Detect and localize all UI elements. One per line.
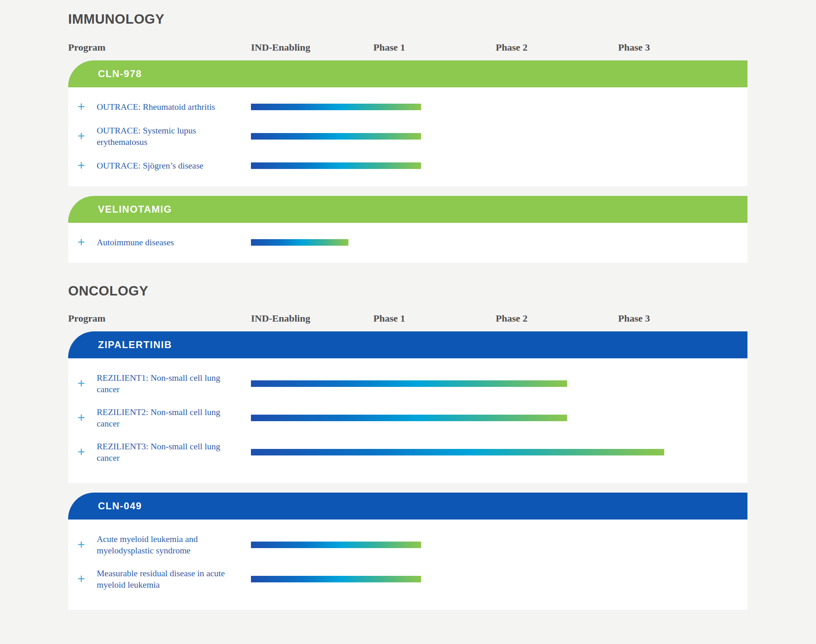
program-header-cln-049: CLN-049	[68, 493, 747, 520]
column-header-phase-3: Phase 3	[618, 313, 741, 324]
phase-progress-bar	[251, 239, 348, 246]
program-row: + OUTRACE: Systemic lupus erythematosus	[68, 122, 747, 151]
plus-icon: +	[78, 378, 85, 390]
phase-progress-bar	[251, 449, 664, 455]
column-header-program: Program	[68, 42, 251, 53]
program-name: CLN-978	[98, 68, 142, 80]
plus-icon: +	[78, 573, 85, 585]
program-card-cln-978: + OUTRACE: Rheumatoid arthritis + OUTRAC…	[68, 87, 747, 186]
program-card-cln-049: + Acute myeloid leukemia and myelodyspla…	[68, 520, 747, 610]
phase-track	[251, 542, 747, 548]
program-row: + REZILIENT3: Non-small cell lung cancer	[68, 435, 747, 469]
program-name: ZIPALERTINIB	[98, 339, 172, 351]
phase-track	[251, 133, 747, 140]
phase-progress-bar	[251, 380, 567, 387]
expand-button[interactable]: +	[68, 539, 97, 551]
column-header-ind-enabling: IND-Enabling	[251, 313, 373, 324]
program-card-zipalertinib: + REZILIENT1: Non-small cell lung cancer…	[68, 358, 747, 483]
plus-icon: +	[78, 101, 85, 113]
column-header-program: Program	[68, 313, 251, 324]
phase-track	[251, 162, 747, 169]
plus-icon: +	[78, 539, 85, 551]
column-header-phase-1: Phase 1	[373, 42, 496, 53]
program-header-cln-978: CLN-978	[68, 60, 747, 87]
column-header-phase-2: Phase 2	[496, 42, 618, 53]
phase-track	[251, 380, 747, 387]
section-title-oncology: ONCOLOGY	[68, 284, 747, 298]
program-card-velinotamig: + Autoimmune diseases	[68, 223, 747, 263]
phase-progress-bar	[251, 133, 421, 140]
disease-link[interactable]: OUTRACE: Systemic lupus erythematosus	[97, 125, 251, 148]
phase-progress-bar	[251, 576, 421, 582]
phase-progress-bar	[251, 162, 421, 169]
program-row: + REZILIENT1: Non-small cell lung cancer	[68, 366, 747, 401]
phase-progress-bar	[251, 415, 567, 421]
column-header-ind-enabling: IND-Enabling	[251, 42, 373, 53]
expand-button[interactable]: +	[68, 378, 97, 390]
disease-link[interactable]: OUTRACE: Sjögren’s disease	[97, 160, 251, 171]
program-name: VELINOTAMIG	[98, 204, 172, 215]
program-row: + OUTRACE: Sjögren’s disease	[68, 151, 747, 180]
expand-button[interactable]: +	[68, 101, 97, 113]
phase-track	[251, 104, 747, 110]
program-name: CLN-049	[98, 500, 142, 512]
disease-link[interactable]: REZILIENT3: Non-small cell lung cancer	[97, 441, 251, 464]
column-header-phase-1: Phase 1	[373, 313, 496, 324]
program-row: + Acute myeloid leukemia and myelodyspla…	[68, 528, 747, 562]
phase-track	[251, 449, 747, 455]
expand-button[interactable]: +	[68, 446, 97, 458]
phase-progress-bar	[251, 104, 421, 110]
plus-icon: +	[78, 160, 85, 172]
expand-button[interactable]: +	[68, 160, 97, 172]
program-row: + Measurable residual disease in acute m…	[68, 562, 747, 596]
expand-button[interactable]: +	[68, 130, 97, 142]
column-header-phase-3: Phase 3	[618, 42, 741, 53]
program-row: + REZILIENT2: Non-small cell lung cancer	[68, 401, 747, 435]
plus-icon: +	[78, 446, 85, 458]
program-row: + OUTRACE: Rheumatoid arthritis	[68, 92, 747, 122]
pipeline-page: IMMUNOLOGY Program IND-Enabling Phase 1 …	[0, 0, 816, 644]
column-header-row: Program IND-Enabling Phase 1 Phase 2 Pha…	[68, 41, 747, 54]
plus-icon: +	[78, 236, 85, 249]
expand-button[interactable]: +	[68, 573, 97, 585]
phase-track	[251, 239, 747, 246]
program-row: + Autoimmune diseases	[68, 228, 747, 257]
disease-link[interactable]: Autoimmune diseases	[97, 237, 251, 248]
plus-icon: +	[78, 412, 85, 424]
column-header-row: Program IND-Enabling Phase 1 Phase 2 Pha…	[68, 312, 747, 325]
phase-progress-bar	[251, 542, 421, 548]
disease-link[interactable]: Acute myeloid leukemia and myelodysplast…	[97, 533, 251, 556]
column-header-phase-2: Phase 2	[496, 313, 618, 324]
expand-button[interactable]: +	[68, 412, 97, 424]
pipeline-content: IMMUNOLOGY Program IND-Enabling Phase 1 …	[68, 0, 747, 610]
plus-icon: +	[78, 130, 85, 142]
expand-button[interactable]: +	[68, 236, 97, 249]
program-header-velinotamig: VELINOTAMIG	[68, 196, 747, 223]
phase-track	[251, 415, 747, 421]
disease-link[interactable]: REZILIENT1: Non-small cell lung cancer	[97, 372, 251, 395]
disease-link[interactable]: Measurable residual disease in acute mye…	[97, 568, 251, 591]
phase-track	[251, 576, 747, 582]
program-header-zipalertinib: ZIPALERTINIB	[68, 331, 747, 358]
disease-link[interactable]: REZILIENT2: Non-small cell lung cancer	[97, 406, 251, 429]
disease-link[interactable]: OUTRACE: Rheumatoid arthritis	[97, 101, 251, 113]
section-title-immunology: IMMUNOLOGY	[68, 12, 747, 26]
